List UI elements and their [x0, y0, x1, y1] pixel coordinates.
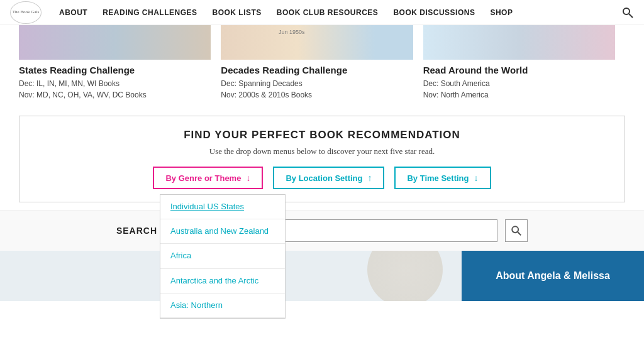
time-dropdown-button[interactable]: By Time Setting ↓ [394, 167, 491, 189]
nav-book-lists[interactable]: BOOK LISTS [205, 8, 269, 17]
nav-book-discussions[interactable]: BOOK DISCUSSIONS [386, 8, 482, 17]
card-states: States Reading Challenge Dec: IL, IN, MI… [19, 25, 221, 108]
card-decades-tag: Jun 1950s [279, 29, 305, 35]
nav-about[interactable]: ABOUT [52, 8, 95, 17]
genre-dropdown-label: By Genre or Theme [165, 173, 241, 183]
site-logo[interactable]: The Book Gals [10, 1, 42, 24]
find-subtitle: Use the drop down menus below to discove… [38, 146, 606, 156]
location-dropdown-button[interactable]: By Location Setting ↑ [273, 167, 384, 189]
nav-shop[interactable]: SHOP [482, 8, 520, 17]
location-dropdown-arrow-icon: ↑ [367, 173, 372, 183]
dropdown-item-asia-northern[interactable]: Asia: Northern [160, 293, 285, 318]
card-states-line1: Dec: IL, IN, MI, MN, WI Books [19, 78, 211, 89]
time-dropdown-label: By Time Setting [407, 173, 469, 183]
cards-section: States Reading Challenge Dec: IL, IN, MI… [0, 25, 644, 108]
navigation: The Book Gals ABOUT READING CHALLENGES B… [0, 0, 644, 25]
card-world-line1: Dec: South America [423, 78, 615, 89]
genre-dropdown-button[interactable]: By Genre or Theme ↓ [153, 167, 263, 189]
card-world: Read Around the World Dec: South America… [423, 25, 625, 108]
bottom-strip: About Angela & Melissa [0, 251, 644, 301]
about-panel[interactable]: About Angela & Melissa [462, 251, 644, 301]
card-decades-title: Decades Reading Challenge [221, 65, 413, 75]
bottom-decorative-circle [367, 251, 443, 301]
card-states-line2: Nov: MD, NC, OH, VA, WV, DC Books [19, 89, 211, 101]
nav-book-club-resources[interactable]: BOOK CLUB RESOURCES [269, 8, 386, 17]
logo-text: The Book Gals [13, 9, 39, 14]
card-states-title: States Reading Challenge [19, 65, 211, 75]
svg-line-3 [518, 232, 521, 235]
location-dropdown-label: By Location Setting [286, 173, 362, 183]
card-world-title: Read Around the World [423, 65, 615, 75]
find-title: FIND YOUR PERFECT BOOK RECOMMENDATION [38, 129, 606, 141]
card-decades-image: Jun 1950s [221, 25, 413, 60]
dropdowns-container: By Genre or Theme ↓ By Location Setting … [38, 167, 606, 189]
card-decades-line1: Dec: Spanning Decades [221, 78, 413, 89]
svg-point-0 [623, 8, 630, 14]
search-submit-button[interactable] [505, 219, 528, 242]
find-section: FIND YOUR PERFECT BOOK RECOMMENDATION Us… [19, 116, 625, 202]
dropdown-item-australia[interactable]: Australia and New Zealand [160, 219, 285, 244]
svg-point-2 [512, 226, 518, 233]
card-decades-line2: Nov: 2000s & 2010s Books [221, 89, 413, 101]
nav-reading-challenges[interactable]: READING CHALLENGES [95, 8, 204, 17]
search-icon[interactable] [621, 6, 634, 19]
location-dropdown-menu: Individual US States Australia and New Z… [160, 194, 286, 319]
dropdown-item-us-states[interactable]: Individual US States [160, 195, 285, 219]
card-world-line2: Nov: North America [423, 89, 615, 101]
about-panel-label: About Angela & Melissa [496, 270, 610, 282]
nav-links: ABOUT READING CHALLENGES BOOK LISTS BOOK… [52, 8, 616, 17]
genre-dropdown-arrow-icon: ↓ [246, 173, 250, 183]
dropdown-item-antarctica[interactable]: Antarctica and the Arctic [160, 269, 285, 293]
card-world-image [423, 25, 615, 60]
search-section: SEARCH OUR SITE [0, 210, 644, 251]
card-states-image [19, 25, 211, 60]
dropdown-item-africa[interactable]: Africa [160, 244, 285, 268]
time-dropdown-arrow-icon: ↓ [474, 173, 479, 183]
svg-line-1 [629, 14, 633, 18]
card-decades: Jun 1950s Decades Reading Challenge Dec:… [221, 25, 423, 108]
